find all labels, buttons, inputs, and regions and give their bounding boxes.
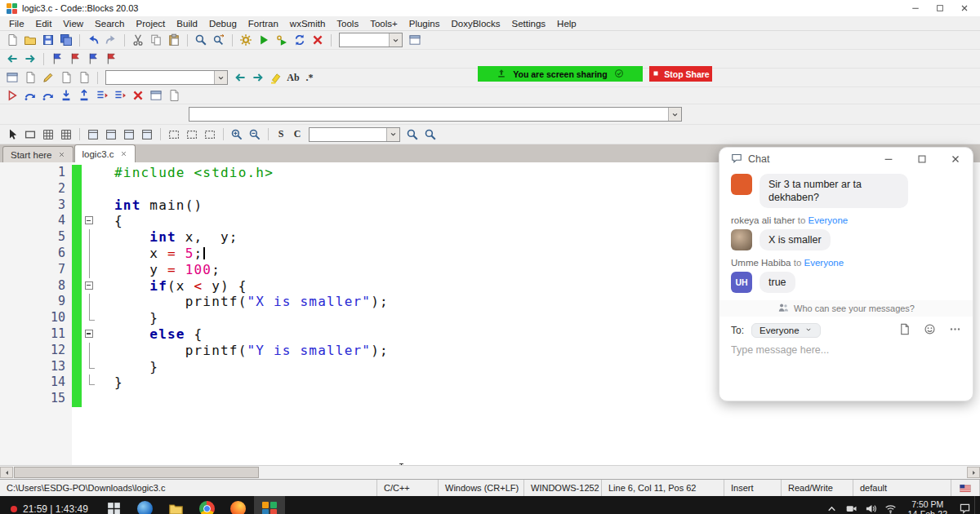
close-button[interactable]: [952, 1, 977, 16]
debugging-windows-icon[interactable]: [148, 87, 164, 104]
find-in-files-icon[interactable]: [404, 126, 421, 143]
menu-settings[interactable]: Settings: [506, 18, 552, 29]
next-bookmark-icon[interactable]: [85, 51, 101, 67]
menu-debug[interactable]: Debug: [203, 18, 243, 29]
tab-logic3-c[interactable]: logic3.c: [74, 144, 136, 162]
menu-file[interactable]: File: [3, 18, 30, 29]
keyboard-layout-flag-icon[interactable]: [951, 480, 980, 496]
scrollbar-thumb[interactable]: [14, 467, 259, 478]
fold-box-marker[interactable]: [82, 326, 98, 343]
border-c-icon[interactable]: [202, 126, 218, 143]
search-next-icon[interactable]: [250, 69, 266, 86]
menu-tools-[interactable]: Tools+: [364, 18, 403, 29]
quick-search-combo-arrow-icon[interactable]: [386, 128, 399, 141]
fold-box-marker[interactable]: [82, 278, 98, 295]
show-desktop-button[interactable]: [974, 496, 980, 514]
border-b-icon[interactable]: [184, 126, 200, 143]
next-instruction-icon[interactable]: [94, 87, 110, 104]
panel-a-icon[interactable]: [85, 126, 101, 143]
chat-popout-button[interactable]: [916, 153, 928, 165]
clear-bookmarks-icon[interactable]: [103, 51, 119, 67]
paste-icon[interactable]: [166, 32, 182, 48]
active-symbol-combo-arrow-icon[interactable]: [668, 108, 681, 121]
menu-tools[interactable]: Tools: [331, 18, 364, 29]
menu-edit[interactable]: Edit: [30, 18, 58, 29]
active-symbol-combo[interactable]: [189, 107, 682, 122]
doxy-comment-block-icon[interactable]: [22, 69, 38, 86]
fold-box-marker[interactable]: [82, 213, 98, 229]
tab-close-icon[interactable]: [120, 150, 127, 157]
panel-c-icon[interactable]: [121, 126, 137, 143]
rebuild-icon[interactable]: [292, 32, 308, 48]
incremental-search-combo[interactable]: [105, 70, 228, 85]
highlight-occurrences-icon[interactable]: [268, 69, 284, 86]
prev-bookmark-icon[interactable]: [49, 51, 65, 67]
save-all-icon[interactable]: [58, 32, 74, 48]
select-pointer-icon[interactable]: [4, 126, 20, 143]
build-target-combo-arrow-icon[interactable]: [389, 33, 402, 47]
run-icon[interactable]: [256, 32, 272, 48]
build-icon[interactable]: [238, 32, 254, 48]
maximize-button[interactable]: [928, 1, 952, 16]
style-source-button[interactable]: S: [274, 126, 288, 143]
menu-plugins[interactable]: Plugins: [403, 18, 446, 29]
minimize-button[interactable]: [903, 1, 928, 16]
emoji-icon[interactable]: [924, 323, 936, 338]
menu-wxsmith[interactable]: wxSmith: [284, 18, 331, 29]
undo-icon[interactable]: [85, 32, 101, 48]
tab-start-here[interactable]: Start here: [2, 146, 74, 162]
chat-close-button[interactable]: [950, 153, 961, 165]
menu-doxyblocks[interactable]: DoxyBlocks: [445, 18, 506, 29]
more-options-icon[interactable]: [949, 323, 961, 338]
recipient-dropdown[interactable]: Everyone: [751, 323, 821, 338]
search-prev-icon[interactable]: [232, 69, 248, 86]
step-into-icon[interactable]: [58, 87, 74, 104]
debug-continue-icon[interactable]: [4, 87, 20, 104]
step-into-instruction-icon[interactable]: [112, 87, 128, 104]
open-file-icon[interactable]: [22, 32, 38, 48]
break-debugger-icon[interactable]: [130, 87, 146, 104]
debugger-info-icon[interactable]: [166, 87, 182, 104]
chat-minimize-button[interactable]: [883, 153, 894, 165]
build-target-combo[interactable]: [339, 33, 403, 47]
codeblocks-icon[interactable]: [254, 496, 285, 514]
redo-icon[interactable]: [103, 32, 119, 48]
horizontal-scrollbar[interactable]: [0, 465, 980, 479]
zoom-out-icon[interactable]: [247, 126, 263, 143]
panel-b-icon[interactable]: [103, 126, 119, 143]
doxy-window-icon[interactable]: [4, 69, 20, 86]
recipient-name[interactable]: Everyone: [804, 258, 844, 268]
style-code-button[interactable]: C: [290, 126, 305, 143]
new-file-icon[interactable]: [4, 32, 20, 48]
next-line-icon[interactable]: [40, 87, 56, 104]
grid-snap-icon[interactable]: [58, 126, 74, 143]
scroll-left-button[interactable]: [0, 467, 13, 478]
tab-close-icon[interactable]: [58, 151, 65, 158]
panel-d-icon[interactable]: [139, 126, 155, 143]
chat-message-input[interactable]: [731, 341, 961, 359]
menu-help[interactable]: Help: [551, 18, 582, 29]
firefox-icon[interactable]: [223, 496, 254, 514]
quick-search-combo[interactable]: [309, 127, 400, 142]
cut-icon[interactable]: [130, 32, 146, 48]
jump-back-icon[interactable]: [4, 51, 20, 67]
chrome-icon[interactable]: [192, 496, 223, 514]
action-center-icon[interactable]: [955, 496, 974, 514]
menu-fortran[interactable]: Fortran: [243, 18, 284, 29]
edge-icon[interactable]: [130, 496, 161, 514]
insert-rect-icon[interactable]: [22, 126, 38, 143]
camera-tray-icon[interactable]: [842, 496, 862, 514]
incremental-search-combo-arrow-icon[interactable]: [214, 71, 227, 84]
menu-search[interactable]: Search: [89, 18, 130, 29]
step-out-icon[interactable]: [76, 87, 92, 104]
match-case-button[interactable]: Ab: [286, 69, 301, 86]
menu-project[interactable]: Project: [131, 18, 172, 29]
save-icon[interactable]: [40, 32, 56, 48]
zoom-in-icon[interactable]: [229, 126, 245, 143]
goto-search-icon[interactable]: [422, 126, 439, 143]
start-button[interactable]: [99, 496, 130, 514]
toggle-bookmark-icon[interactable]: [67, 51, 83, 67]
stop-share-button[interactable]: Stop Share: [649, 66, 712, 82]
copy-icon[interactable]: [148, 32, 164, 48]
abort-build-icon[interactable]: [310, 32, 326, 48]
